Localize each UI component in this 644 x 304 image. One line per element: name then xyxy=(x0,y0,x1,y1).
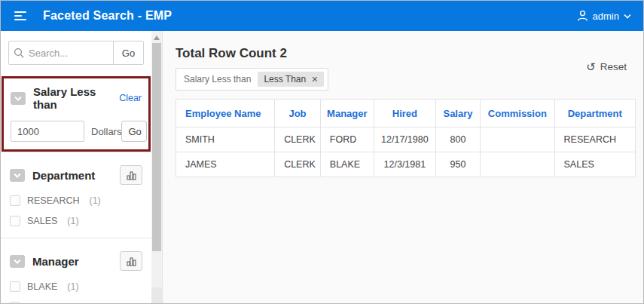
facet-department: Department RESEARCH (1) xyxy=(1,152,151,238)
table-cell: 800 xyxy=(435,127,480,152)
facet-manager: Manager BLAKE (1) xyxy=(1,238,151,304)
remove-filter-icon[interactable]: ✕ xyxy=(311,75,318,84)
checkbox[interactable] xyxy=(10,216,20,226)
option-count: (1) xyxy=(67,216,78,226)
option-count: (1) xyxy=(89,195,100,206)
column-header-manager[interactable]: Manager xyxy=(320,100,374,127)
facet-option-research[interactable]: RESEARCH (1) xyxy=(10,195,142,206)
reset-label: Reset xyxy=(600,61,627,72)
search-icon xyxy=(9,48,29,59)
column-header-commission[interactable]: Commission xyxy=(481,100,554,127)
facet-title: Salary Less than xyxy=(33,85,119,111)
chevron-down-icon[interactable] xyxy=(11,92,26,105)
filter-chip-value[interactable]: Less Than ✕ xyxy=(258,72,324,87)
salary-unit-label: Dollars xyxy=(91,126,121,137)
salary-input[interactable] xyxy=(11,121,84,142)
filter-chip: Salary Less than Less Than ✕ xyxy=(175,68,328,91)
user-name: admin xyxy=(593,11,619,22)
table-cell: BLAKE xyxy=(320,152,374,177)
table-header-row: Employee Name Job Manager Hired Salary C… xyxy=(176,100,636,127)
checkbox[interactable] xyxy=(10,281,20,292)
facet-salary-less-than: Salary Less than Clear Dollars Go xyxy=(2,76,151,152)
table-cell: RESEARCH xyxy=(554,127,635,152)
filter-value-text: Less Than xyxy=(264,74,306,84)
table-row: JAMES CLERK BLAKE 12/3/1981 950 SALES xyxy=(176,152,636,177)
option-label: BLAKE xyxy=(27,281,57,292)
search-go-button[interactable]: Go xyxy=(113,41,143,64)
salary-go-button[interactable]: Go xyxy=(121,121,147,142)
option-label: SALES xyxy=(27,216,57,226)
main-region: Total Row Count 2 ↺ Reset Salary Less th… xyxy=(163,31,643,304)
app-body: Go Salary Less than Clear Dollars Go xyxy=(1,31,643,304)
table-cell xyxy=(481,152,554,177)
column-header-job[interactable]: Job xyxy=(275,100,321,127)
app-window: Faceted Search - EMP admin xyxy=(0,0,644,304)
user-icon xyxy=(577,10,588,22)
facets-sidebar: Go Salary Less than Clear Dollars Go xyxy=(1,31,151,304)
option-label: RESEARCH xyxy=(27,195,79,206)
table-cell: SALES xyxy=(554,152,635,177)
facet-search: Go xyxy=(8,41,144,65)
bar-chart-icon xyxy=(127,256,136,266)
table-cell: JAMES xyxy=(176,152,275,177)
table-cell: 12/3/1981 xyxy=(374,152,435,177)
table-row: SMITH CLERK FORD 12/17/1980 800 RESEARCH xyxy=(176,127,636,152)
reset-icon: ↺ xyxy=(586,61,596,72)
scrollbar-thumb[interactable] xyxy=(152,43,161,251)
scrollbar-bottom[interactable] xyxy=(151,287,162,304)
chevron-down-icon[interactable] xyxy=(10,169,25,182)
facet-chart-button[interactable] xyxy=(120,165,142,185)
column-header-hired[interactable]: Hired xyxy=(374,100,435,127)
page-title: Faceted Search - EMP xyxy=(43,9,172,23)
menu-icon[interactable] xyxy=(14,11,28,20)
option-count: (1) xyxy=(67,281,78,292)
scroll-up-arrow-icon[interactable] xyxy=(154,35,160,40)
table-cell: CLERK xyxy=(275,152,321,177)
column-header-salary[interactable]: Salary xyxy=(435,100,480,127)
sidebar-scrollbar[interactable] xyxy=(151,31,163,304)
search-input[interactable] xyxy=(29,48,113,59)
checkbox[interactable] xyxy=(10,195,20,206)
table-cell: 12/17/1980 xyxy=(374,127,435,152)
app-header: Faceted Search - EMP admin xyxy=(1,1,643,31)
column-header-department[interactable]: Department xyxy=(554,100,635,127)
facet-chart-button[interactable] xyxy=(120,251,142,271)
total-row-count: Total Row Count 2 xyxy=(175,46,636,61)
table-cell xyxy=(481,127,554,152)
facet-option-blake[interactable]: BLAKE (1) xyxy=(10,281,142,292)
table-cell: 950 xyxy=(435,152,480,177)
facet-option-sales[interactable]: SALES (1) xyxy=(10,216,142,226)
chevron-down-icon[interactable] xyxy=(10,255,25,268)
facet-title: Department xyxy=(32,169,95,182)
table-cell: CLERK xyxy=(275,127,321,152)
bar-chart-icon xyxy=(127,170,136,180)
column-header-employee-name[interactable]: Employee Name xyxy=(176,100,275,127)
filter-chip-label: Salary Less than xyxy=(184,74,251,84)
facet-title: Manager xyxy=(32,255,79,268)
user-menu[interactable]: admin xyxy=(577,10,631,22)
table-cell: SMITH xyxy=(176,127,275,152)
table-cell: FORD xyxy=(320,127,374,152)
clear-facet-link[interactable]: Clear xyxy=(119,93,142,103)
reset-button[interactable]: ↺ Reset xyxy=(586,61,627,72)
results-table: Employee Name Job Manager Hired Salary C… xyxy=(175,99,636,177)
chevron-down-icon xyxy=(624,14,631,19)
